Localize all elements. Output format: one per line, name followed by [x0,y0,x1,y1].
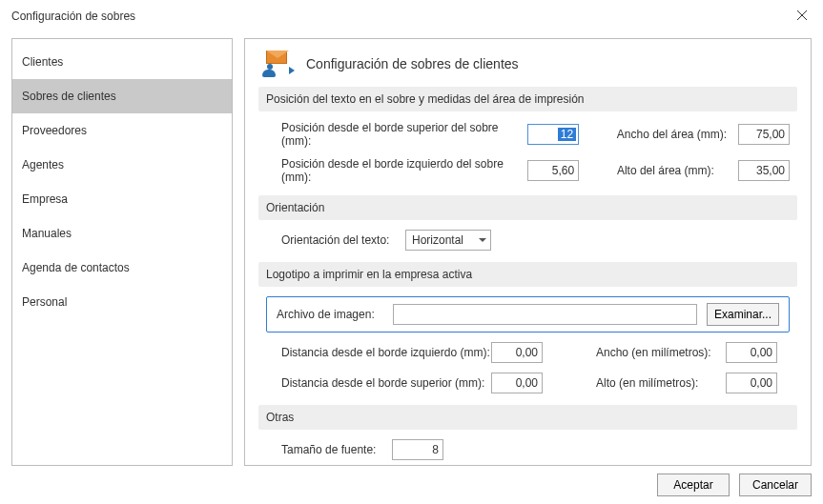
section-logo-body: Archivo de imagen: Examinar... Distancia… [258,296,797,399]
label-logo-height: Alto (en milímetros): [596,376,726,390]
input-font-size[interactable] [392,439,443,460]
title-bar: Configuración de sobres [0,0,823,32]
section-position-body: Posición desde el borde superior del sob… [258,121,797,190]
label-logo-width: Ancho (en milímetros): [596,346,726,359]
sidebar-item-clientes[interactable]: Clientes [12,45,232,79]
label-pos-top: Posición desde el borde superior del sob… [281,121,527,148]
chevron-down-icon [479,238,486,242]
sidebar-item-personal[interactable]: Personal [12,285,232,319]
section-orientation-header: Orientación [258,195,797,220]
sidebar-item-agenda-de-contactos[interactable]: Agenda de contactos [12,251,232,285]
logo-file-box: Archivo de imagen: Examinar... [266,296,790,333]
section-other-body: Tamaño de fuente: [258,439,797,466]
input-pos-top-value: 12 [558,128,576,141]
input-logo-height[interactable] [726,373,777,393]
panel-title: Configuración de sobres de clientes [306,56,519,71]
sidebar: Clientes Sobres de clientes Proveedores … [11,38,233,466]
dialog-body: Clientes Sobres de clientes Proveedores … [0,32,823,466]
label-pos-left: Posición desde el borde izquierdo del so… [281,157,527,184]
browse-button[interactable]: Examinar... [707,303,779,326]
label-dist-top: Distancia desde el borde superior (mm): [281,376,491,390]
accept-button[interactable]: Aceptar [657,474,730,496]
input-dist-top[interactable] [491,373,543,393]
close-icon [797,10,807,23]
label-font-size: Tamaño de fuente: [281,443,392,456]
label-area-height: Alto del área (mm): [617,164,738,177]
section-other-header: Otras [258,405,797,430]
input-area-width[interactable] [738,124,790,145]
sidebar-item-empresa[interactable]: Empresa [12,182,232,216]
sidebar-item-manuales[interactable]: Manuales [12,216,232,251]
sidebar-item-sobres-de-clientes[interactable]: Sobres de clientes [12,79,232,113]
section-logo-header: Logotipo a imprimir en la empresa activa [258,262,797,287]
section-position-header: Posición del texto en el sobre y medidas… [258,87,797,111]
label-area-width: Ancho del área (mm): [617,128,738,141]
close-button[interactable] [781,2,823,30]
label-dist-left: Distancia desde el borde izquierdo (mm): [281,346,491,359]
input-pos-left[interactable] [527,160,579,181]
dialog-window: Configuración de sobres Clientes Sobres … [0,0,823,504]
input-area-height[interactable] [738,160,790,181]
dialog-footer: Aceptar Cancelar [0,466,823,504]
label-image-file: Archivo de imagen: [277,308,383,321]
sidebar-item-proveedores[interactable]: Proveedores [12,113,232,148]
content-panel: Configuración de sobres de clientes Posi… [244,38,812,466]
select-orientation-value: Horizontal [412,233,463,247]
label-orientation: Orientación del texto: [281,233,405,247]
section-orientation-body: Orientación del texto: Horizontal [258,230,797,256]
select-orientation[interactable]: Horizontal [405,230,491,251]
input-logo-width[interactable] [726,342,777,363]
sidebar-item-agentes[interactable]: Agentes [12,148,232,182]
panel-header: Configuración de sobres de clientes [258,50,797,77]
input-dist-left[interactable] [491,342,543,363]
input-pos-top[interactable]: 12 [527,124,579,145]
envelope-person-icon [262,50,295,77]
window-title: Configuración de sobres [11,10,781,23]
cancel-button[interactable]: Cancelar [739,474,812,496]
input-image-file[interactable] [393,304,697,325]
